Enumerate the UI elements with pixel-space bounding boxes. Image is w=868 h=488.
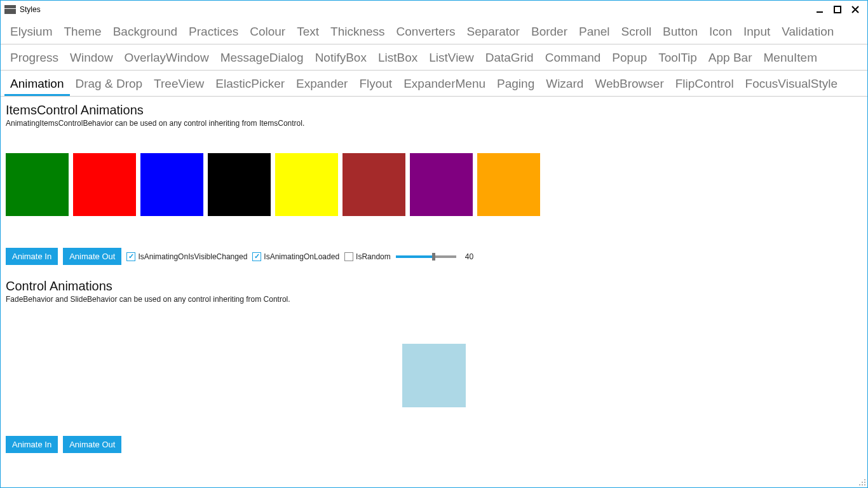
- tab-strip-row1: ElysiumThemeBackgroundPracticesColourTex…: [1, 18, 867, 44]
- maximize-button[interactable]: [833, 5, 842, 14]
- resize-grip[interactable]: [858, 478, 866, 486]
- tab-messagedialog[interactable]: MessageDialog: [215, 47, 309, 70]
- svg-point-4: [864, 482, 865, 483]
- tab-expandermenu[interactable]: ExpanderMenu: [398, 73, 491, 96]
- control-swatch-area: [6, 315, 862, 436]
- tab-elysium[interactable]: Elysium: [4, 21, 58, 44]
- control-title: Control Animations: [6, 279, 862, 294]
- check-visible: IsAnimatingOnIsVisibleChanged: [126, 252, 247, 261]
- svg-rect-0: [817, 11, 823, 13]
- swatch-6: [410, 153, 473, 216]
- tab-datagrid[interactable]: DataGrid: [480, 47, 539, 70]
- tab-button[interactable]: Button: [657, 21, 703, 44]
- tab-listview[interactable]: ListView: [423, 47, 479, 70]
- check-loaded: IsAnimatingOnLoaded: [252, 252, 339, 261]
- svg-point-6: [862, 484, 863, 485]
- swatch-3: [208, 153, 271, 216]
- tab-text[interactable]: Text: [291, 21, 325, 44]
- app-window: Styles ElysiumThemeBackgroundPracticesCo…: [0, 0, 868, 488]
- swatch-0: [6, 153, 69, 216]
- svg-point-2: [864, 479, 865, 480]
- tab-thickness[interactable]: Thickness: [325, 21, 391, 44]
- tab-flipcontrol[interactable]: FlipControl: [670, 73, 740, 96]
- swatch-5: [342, 153, 405, 216]
- close-button[interactable]: [851, 5, 860, 14]
- swatch-1: [73, 153, 136, 216]
- tab-separator[interactable]: Separator: [461, 21, 526, 44]
- svg-point-3: [862, 482, 863, 483]
- tab-app-bar[interactable]: App Bar: [703, 47, 758, 70]
- tab-panel[interactable]: Panel: [573, 21, 616, 44]
- control-desc: FadeBehavior and SlideBehavior can be us…: [6, 295, 862, 304]
- control-animate-in-button[interactable]: Animate In: [6, 436, 58, 453]
- tab-command[interactable]: Command: [539, 47, 607, 70]
- slider-track-inactive: [433, 255, 456, 258]
- app-icon: [4, 5, 16, 14]
- window-title: Styles: [20, 5, 41, 14]
- content-area: ItemsControl Animations AnimatingItemsCo…: [1, 97, 867, 487]
- tab-progress[interactable]: Progress: [4, 47, 64, 70]
- tab-window[interactable]: Window: [64, 47, 119, 70]
- checkbox-visible[interactable]: [126, 252, 135, 261]
- tab-tooltip[interactable]: ToolTip: [653, 47, 703, 70]
- tab-listbox[interactable]: ListBox: [372, 47, 423, 70]
- tab-icon[interactable]: Icon: [703, 21, 738, 44]
- checkbox-random[interactable]: [344, 252, 353, 261]
- slider-value: 40: [465, 252, 473, 261]
- items-control-desc: AnimatingItemsControlBehavior can be use…: [6, 119, 862, 128]
- tab-expander[interactable]: Expander: [290, 73, 353, 96]
- tab-input[interactable]: Input: [738, 21, 776, 44]
- svg-point-5: [859, 484, 860, 485]
- tab-converters[interactable]: Converters: [391, 21, 461, 44]
- tab-treeview[interactable]: TreeView: [148, 73, 210, 96]
- minimize-button[interactable]: [815, 5, 824, 14]
- checkbox-visible-label: IsAnimatingOnIsVisibleChanged: [138, 252, 247, 261]
- title-bar: Styles: [1, 1, 867, 18]
- items-control-title: ItemsControl Animations: [6, 103, 862, 118]
- svg-rect-1: [834, 6, 841, 13]
- tab-validation[interactable]: Validation: [776, 21, 839, 44]
- swatch-4: [275, 153, 338, 216]
- tab-scroll[interactable]: Scroll: [616, 21, 658, 44]
- tab-theme[interactable]: Theme: [58, 21, 107, 44]
- tab-drag-drop[interactable]: Drag & Drop: [70, 73, 149, 96]
- animation-slider[interactable]: [396, 252, 456, 261]
- svg-point-7: [864, 484, 865, 485]
- tab-webbrowser[interactable]: WebBrowser: [589, 73, 669, 96]
- tab-practices[interactable]: Practices: [183, 21, 244, 44]
- tab-flyout[interactable]: Flyout: [353, 73, 398, 96]
- checkbox-loaded-label: IsAnimatingOnLoaded: [264, 252, 339, 261]
- tab-strip-row3: AnimationDrag & DropTreeViewElasticPicke…: [1, 71, 867, 97]
- tab-menuitem[interactable]: MenuItem: [758, 47, 823, 70]
- tab-notifybox[interactable]: NotifyBox: [309, 47, 372, 70]
- swatch-2: [140, 153, 203, 216]
- control-swatch: [402, 344, 466, 407]
- checkbox-loaded[interactable]: [252, 252, 261, 261]
- control-animations-controls: Animate In Animate Out: [6, 436, 862, 453]
- animate-in-button[interactable]: Animate In: [6, 248, 58, 265]
- items-control-swatches: [6, 153, 862, 216]
- tab-background[interactable]: Background: [107, 21, 183, 44]
- tab-elasticpicker[interactable]: ElasticPicker: [210, 73, 290, 96]
- tab-focusvisualstyle[interactable]: FocusVisualStyle: [740, 73, 843, 96]
- checkbox-random-label: IsRandom: [356, 252, 391, 261]
- swatch-7: [477, 153, 540, 216]
- slider-thumb[interactable]: [432, 253, 435, 261]
- items-control-controls: Animate In Animate Out IsAnimatingOnIsVi…: [6, 248, 862, 265]
- tab-strip-row2: ProgressWindowOverlayWindowMessageDialog…: [1, 44, 867, 71]
- slider-track-active: [396, 255, 433, 258]
- animate-out-button[interactable]: Animate Out: [63, 248, 121, 265]
- tab-wizard[interactable]: Wizard: [540, 73, 589, 96]
- tab-overlaywindow[interactable]: OverlayWindow: [119, 47, 215, 70]
- tab-animation[interactable]: Animation: [4, 73, 70, 96]
- window-controls: [815, 5, 865, 14]
- tab-popup[interactable]: Popup: [606, 47, 653, 70]
- tab-border[interactable]: Border: [526, 21, 573, 44]
- tab-paging[interactable]: Paging: [491, 73, 540, 96]
- tab-colour[interactable]: Colour: [244, 21, 291, 44]
- control-animate-out-button[interactable]: Animate Out: [63, 436, 121, 453]
- check-random: IsRandom: [344, 252, 391, 261]
